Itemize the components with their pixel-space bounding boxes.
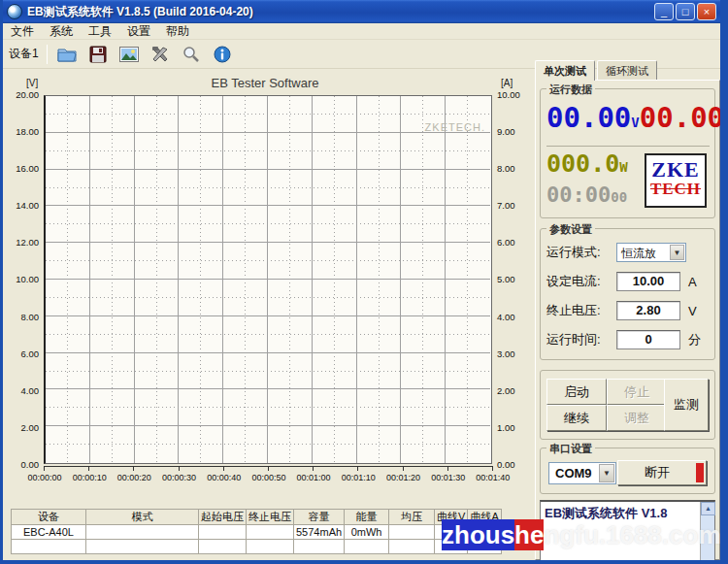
table-header-2: 起始电压: [199, 510, 247, 525]
table-cell: 0mWh: [345, 525, 389, 540]
close-button[interactable]: ×: [697, 3, 716, 20]
table-header-3: 终止电压: [247, 510, 294, 525]
menu-item-1[interactable]: 系统: [50, 23, 73, 40]
run-mode-select[interactable]: 恒流放 ▼: [616, 243, 686, 262]
set-current-input[interactable]: 10.00: [616, 272, 680, 291]
app-icon: [7, 4, 22, 19]
table-header-0: 设备: [12, 510, 86, 525]
left-axis-tick: 18.00: [16, 126, 39, 137]
title-bar: EB测试系统软件 V1.8.5 (Build 2016-04-20) _ □ ×: [3, 0, 720, 23]
right-axis-tick: 7.00: [497, 200, 515, 211]
right-axis-tick: 0.00: [497, 459, 515, 470]
menu-item-2[interactable]: 工具: [88, 23, 112, 40]
x-axis-tick: 00:01:30: [426, 473, 471, 482]
window-title: EB测试系统软件 V1.8.5 (Build 2016-04-20): [27, 4, 654, 20]
disconnect-button[interactable]: 断开: [617, 460, 707, 485]
left-axis-tick: 2.00: [21, 422, 40, 433]
run-data-group: 运行数据 00.00V 00.00A 000.0W 00:0000 ZKE TE…: [540, 88, 715, 218]
x-axis-ticks: 00:00:0000:00:1000:00:2000:00:3000:00:40…: [22, 473, 515, 482]
com-port-select[interactable]: COM9 ▼: [548, 462, 616, 484]
left-axis-tick: 14.00: [16, 200, 39, 211]
adjust-button[interactable]: 调整: [607, 405, 667, 431]
search-icon[interactable]: [180, 44, 203, 65]
left-axis-tick: 12.00: [16, 237, 39, 248]
left-axis-tick: 8.00: [21, 312, 40, 322]
serial-group: 串口设置 COM9 ▼ 断开: [540, 448, 715, 494]
table-cell: 5574mAh: [294, 525, 345, 540]
right-axis-tick: 10.00: [497, 89, 520, 100]
table-cell: [86, 540, 199, 554]
chevron-down-icon[interactable]: ▼: [599, 464, 614, 482]
table-header-4: 容量: [294, 510, 345, 525]
x-axis-tick: 00:00:00: [22, 473, 67, 482]
tab-cycle-test[interactable]: 循环测试: [597, 60, 657, 80]
info-icon[interactable]: [211, 44, 234, 65]
menu-bar: 文件系统工具设置帮助: [3, 23, 720, 40]
power-unit: W: [619, 159, 627, 175]
chevron-down-icon[interactable]: ▼: [670, 245, 684, 260]
voltage-unit: V: [631, 115, 639, 130]
table-header-6: 均压: [389, 510, 435, 525]
folder-open-icon[interactable]: [55, 44, 79, 65]
left-axis-tick: 4.00: [21, 385, 40, 396]
minimize-button[interactable]: _: [654, 3, 674, 20]
current-display: 00.00A: [640, 101, 728, 134]
x-axis-tick: 00:00:10: [67, 473, 112, 482]
params-group: 参数设置 运行模式: 恒流放 ▼ 设定电流: 10.00 A 终止电压: 2.8…: [540, 228, 715, 360]
table-cell: [86, 525, 199, 540]
tab-single-test[interactable]: 单次测试: [535, 60, 595, 81]
right-panel: 单次测试 循环测试 运行数据 00.00V 00.00A 000.0W 00:0…: [535, 60, 720, 560]
table-cell: [12, 540, 86, 554]
run-time-input[interactable]: 0: [616, 330, 680, 349]
cutoff-voltage-input[interactable]: 2.80: [616, 301, 680, 320]
left-axis-ticks: 20.0018.0016.0014.0012.0010.008.006.004.…: [3, 89, 39, 470]
zke-tech-logo: ZKE TECH: [645, 153, 707, 208]
resume-button[interactable]: 继续: [546, 405, 607, 431]
stop-button[interactable]: 停止: [607, 379, 667, 405]
chart-title: EB Tester Software: [129, 76, 401, 90]
table-cell: [389, 540, 435, 554]
cutoff-voltage-unit: V: [688, 304, 697, 318]
x-axis-tick: 00:00:20: [112, 473, 156, 482]
table-cell: [247, 540, 294, 554]
set-current-label: 设定电流:: [546, 273, 616, 290]
toolbar-separator: [47, 45, 48, 64]
app-window: EB测试系统软件 V1.8.5 (Build 2016-04-20) _ □ ×…: [0, 0, 728, 564]
table-row[interactable]: EBC-A40L5574mAh0mWh: [12, 525, 502, 540]
table-header-1: 模式: [86, 510, 199, 525]
site-watermark: zhoushengfu.1688.com: [442, 520, 721, 550]
menu-item-4[interactable]: 帮助: [166, 23, 189, 40]
display-divider: [546, 146, 710, 147]
right-axis-tick: 2.00: [497, 385, 515, 396]
monitor-button[interactable]: 监测: [664, 379, 709, 431]
right-axis-tick: 5.00: [497, 274, 515, 284]
test-tabs: 单次测试 循环测试: [535, 60, 659, 80]
x-axis-tick: 00:00:30: [157, 473, 202, 482]
right-axis-tick: 8.00: [497, 163, 515, 174]
run-time-unit: 分: [688, 331, 701, 348]
chart-plot-area: ZKETECH.: [44, 95, 492, 464]
zketech-watermark: ZKETECH.: [425, 121, 485, 133]
x-axis-tick: 00:00:40: [202, 473, 247, 482]
scroll-up-icon[interactable]: ▲: [701, 502, 715, 515]
left-axis-tick: 20.00: [16, 89, 39, 100]
right-axis-tick: 1.00: [497, 422, 515, 433]
menu-item-3[interactable]: 设置: [127, 23, 150, 40]
cutoff-voltage-label: 终止电压:: [546, 302, 616, 319]
menu-item-0[interactable]: 文件: [11, 23, 34, 40]
left-axis-unit: [V]: [26, 78, 38, 88]
x-axis-tick: 00:01:00: [291, 473, 336, 482]
table-cell: [389, 525, 435, 540]
x-axis-tick: 00:01:20: [381, 473, 426, 482]
run-mode-label: 运行模式:: [546, 244, 616, 261]
time-display: 00:0000: [546, 182, 627, 207]
chart-grid: [46, 96, 490, 463]
device-label: 设备1: [9, 46, 39, 62]
left-axis-tick: 16.00: [16, 163, 39, 174]
start-button[interactable]: 启动: [546, 379, 607, 405]
save-icon[interactable]: [86, 44, 110, 65]
image-chart-icon[interactable]: [117, 44, 141, 65]
tools-icon[interactable]: [149, 44, 172, 65]
table-row[interactable]: [12, 540, 502, 554]
maximize-button[interactable]: □: [676, 3, 695, 20]
